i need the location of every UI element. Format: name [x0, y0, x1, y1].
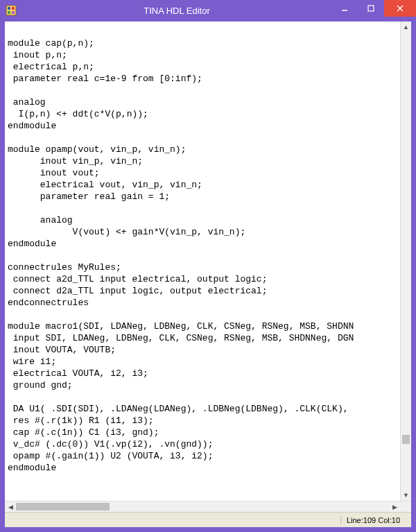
horizontal-scroll-track[interactable]: [16, 501, 389, 512]
client-area: module cap(p,n); inout p,n; electrical p…: [4, 21, 412, 528]
scroll-up-icon[interactable]: ▲: [401, 22, 411, 33]
horizontal-scrollbar[interactable]: ◀ ▶: [5, 501, 411, 512]
statusbar: Line:109 Col:10: [5, 512, 411, 527]
close-button[interactable]: [384, 0, 416, 17]
vertical-scroll-track[interactable]: [401, 33, 411, 490]
scroll-left-icon[interactable]: ◀: [5, 501, 16, 512]
status-line-col: Line:109 Col:10: [340, 516, 406, 524]
scroll-right-icon[interactable]: ▶: [389, 501, 400, 512]
svg-rect-6: [368, 6, 374, 11]
window-title: TINA HDL Editor: [22, 6, 331, 16]
vertical-scroll-thumb[interactable]: [402, 435, 410, 444]
svg-rect-3: [8, 11, 10, 14]
code-editor[interactable]: module cap(p,n); inout p,n; electrical p…: [5, 22, 400, 501]
scroll-corner: [400, 501, 411, 512]
minimize-button[interactable]: [331, 0, 358, 17]
horizontal-scroll-thumb[interactable]: [16, 503, 110, 510]
titlebar: TINA HDL Editor: [0, 0, 416, 21]
svg-rect-2: [12, 7, 15, 10]
window-controls: [331, 0, 416, 21]
svg-rect-1: [8, 7, 10, 10]
maximize-button[interactable]: [358, 0, 384, 17]
svg-rect-4: [12, 11, 15, 14]
vertical-scrollbar[interactable]: ▲ ▼: [400, 22, 411, 501]
app-icon: [4, 3, 18, 17]
editor-wrap: module cap(p,n); inout p,n; electrical p…: [5, 22, 411, 501]
scroll-down-icon[interactable]: ▼: [401, 490, 411, 501]
